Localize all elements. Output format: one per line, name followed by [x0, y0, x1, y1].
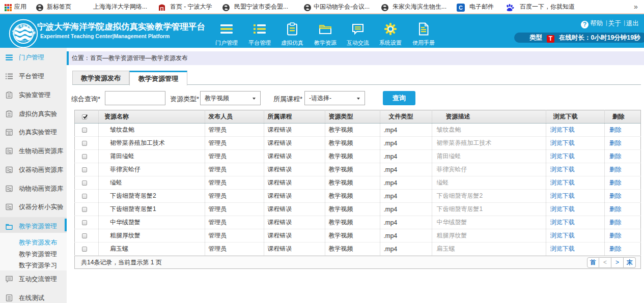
- svg-text:C: C: [459, 5, 463, 11]
